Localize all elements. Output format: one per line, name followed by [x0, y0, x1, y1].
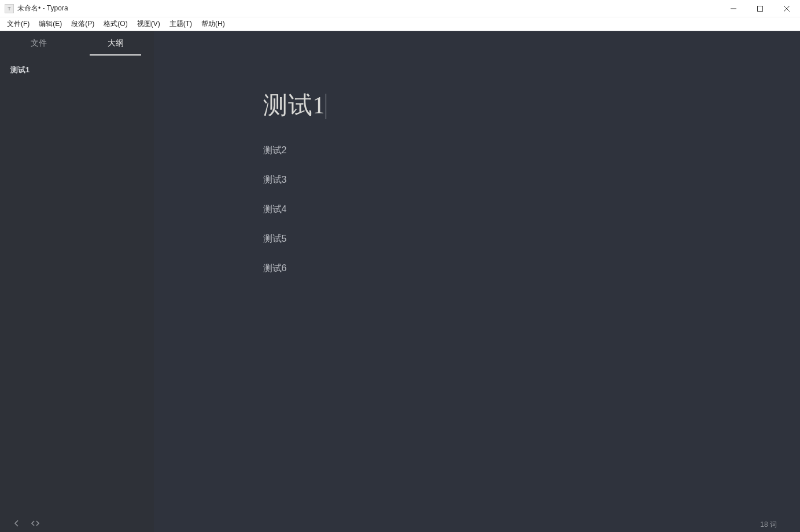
- back-icon[interactable]: [13, 519, 21, 527]
- heading-text: 测试1: [263, 92, 326, 119]
- text-caret: [326, 94, 326, 119]
- paragraph-text: 测试6: [263, 263, 287, 273]
- paragraph-text: 测试2: [263, 145, 287, 155]
- tab-outline[interactable]: 大纲: [77, 31, 154, 56]
- app-icon-text: T: [8, 6, 11, 12]
- tab-files[interactable]: 文件: [0, 31, 77, 56]
- paragraph-text: 测试5: [263, 234, 287, 243]
- statusbar: 18 词: [760, 517, 800, 532]
- svg-rect-1: [758, 6, 763, 11]
- tab-outline-label: 大纲: [108, 38, 124, 49]
- paragraph[interactable]: 测试3: [263, 174, 691, 186]
- paragraph[interactable]: 测试5: [263, 233, 691, 245]
- tab-files-label: 文件: [31, 38, 47, 49]
- maximize-button[interactable]: [747, 0, 773, 17]
- source-code-icon[interactable]: [31, 519, 39, 527]
- sidebar-bottom: [0, 515, 154, 532]
- paragraph[interactable]: 测试2: [263, 145, 691, 157]
- heading-1[interactable]: 测试1: [263, 89, 326, 121]
- word-count[interactable]: 18 词: [760, 520, 777, 530]
- paragraph[interactable]: 测试6: [263, 263, 691, 275]
- menubar: 文件(F) 编辑(E) 段落(P) 格式(O) 视图(V) 主题(T) 帮助(H…: [0, 17, 800, 31]
- main-area: 文件 大纲 测试1 测试1 测试2 测试3 测: [0, 31, 800, 532]
- menu-file[interactable]: 文件(F): [2, 17, 34, 31]
- paragraph-text: 测试4: [263, 204, 287, 214]
- paragraph-text: 测试3: [263, 175, 287, 184]
- minimize-button[interactable]: [720, 0, 747, 17]
- paragraph[interactable]: 测试4: [263, 204, 691, 216]
- editor-area[interactable]: 测试1 测试2 测试3 测试4 测试5 测试6 18 词: [154, 31, 800, 532]
- titlebar: T 未命名• - Typora: [0, 0, 800, 17]
- menu-para[interactable]: 段落(P): [67, 17, 99, 31]
- outline-item[interactable]: 测试1: [0, 61, 154, 79]
- outline-item-label: 测试1: [10, 65, 30, 74]
- menu-format[interactable]: 格式(O): [99, 17, 132, 31]
- menu-edit[interactable]: 编辑(E): [34, 17, 67, 31]
- sidebar: 文件 大纲 测试1: [0, 31, 154, 532]
- editor-content[interactable]: 测试1 测试2 测试3 测试4 测试5 测试6: [228, 31, 726, 315]
- outline-list: 测试1: [0, 56, 154, 515]
- menu-view[interactable]: 视图(V): [132, 17, 165, 31]
- sidebar-tabs: 文件 大纲: [0, 31, 154, 56]
- close-button[interactable]: [773, 0, 800, 17]
- menu-help[interactable]: 帮助(H): [197, 17, 230, 31]
- app-icon: T: [5, 4, 14, 13]
- window-title: 未命名• - Typora: [17, 3, 68, 13]
- menu-theme[interactable]: 主题(T): [165, 17, 197, 31]
